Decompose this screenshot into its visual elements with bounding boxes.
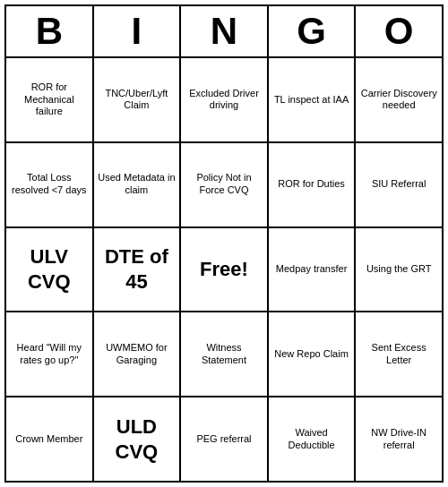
bingo-cell-4-3[interactable]: Waived Deductible <box>269 397 357 481</box>
bingo-row-1: Total Loss resolved <7 daysUsed Metadata… <box>6 143 442 228</box>
bingo-cell-2-3[interactable]: Medpay transfer <box>269 228 357 312</box>
bingo-cell-2-1[interactable]: DTE of 45 <box>94 228 182 312</box>
bingo-card: BINGO ROR for Mechanical failureTNC/Uber… <box>4 4 444 483</box>
bingo-cell-3-2[interactable]: Witness Statement <box>181 312 269 396</box>
bingo-cell-3-4[interactable]: Sent Excess Letter <box>356 312 442 396</box>
header-letter-I: I <box>94 6 182 56</box>
bingo-cell-1-1[interactable]: Used Metadata in claim <box>94 143 182 226</box>
bingo-row-2: ULV CVQDTE of 45Free!Medpay transferUsin… <box>6 228 442 313</box>
bingo-cell-2-4[interactable]: Using the GRT <box>356 228 442 312</box>
bingo-cell-1-4[interactable]: SIU Referral <box>356 143 442 226</box>
header-letter-N: N <box>181 6 269 56</box>
bingo-cell-2-2[interactable]: Free! <box>181 228 269 312</box>
bingo-row-3: Heard "Will my rates go up?"UWMEMO for G… <box>6 312 442 397</box>
bingo-cell-0-1[interactable]: TNC/Uber/Lyft Claim <box>94 58 182 141</box>
bingo-cell-4-4[interactable]: NW Drive-IN referral <box>356 397 442 481</box>
bingo-cell-1-3[interactable]: ROR for Duties <box>269 143 357 226</box>
header-letter-G: G <box>269 6 357 56</box>
bingo-cell-3-3[interactable]: New Repo Claim <box>269 312 357 396</box>
bingo-cell-0-2[interactable]: Excluded Driver driving <box>181 58 269 141</box>
header-letter-O: O <box>356 6 442 56</box>
bingo-cell-4-1[interactable]: ULD CVQ <box>94 397 182 481</box>
bingo-cell-0-3[interactable]: TL inspect at IAA <box>269 58 357 141</box>
bingo-row-4: Crown MemberULD CVQPEG referralWaived De… <box>6 397 442 481</box>
bingo-cell-4-2[interactable]: PEG referral <box>181 397 269 481</box>
bingo-grid: ROR for Mechanical failureTNC/Uber/Lyft … <box>6 58 442 481</box>
bingo-cell-1-2[interactable]: Policy Not in Force CVQ <box>181 143 269 226</box>
bingo-header: BINGO <box>6 6 442 58</box>
header-letter-B: B <box>6 6 94 56</box>
bingo-cell-4-0[interactable]: Crown Member <box>6 397 94 481</box>
bingo-row-0: ROR for Mechanical failureTNC/Uber/Lyft … <box>6 58 442 143</box>
bingo-cell-0-0[interactable]: ROR for Mechanical failure <box>6 58 94 141</box>
bingo-cell-3-0[interactable]: Heard "Will my rates go up?" <box>6 312 94 396</box>
bingo-cell-0-4[interactable]: Carrier Discovery needed <box>356 58 442 141</box>
bingo-cell-1-0[interactable]: Total Loss resolved <7 days <box>6 143 94 226</box>
bingo-cell-2-0[interactable]: ULV CVQ <box>6 228 94 312</box>
bingo-cell-3-1[interactable]: UWMEMO for Garaging <box>94 312 182 396</box>
